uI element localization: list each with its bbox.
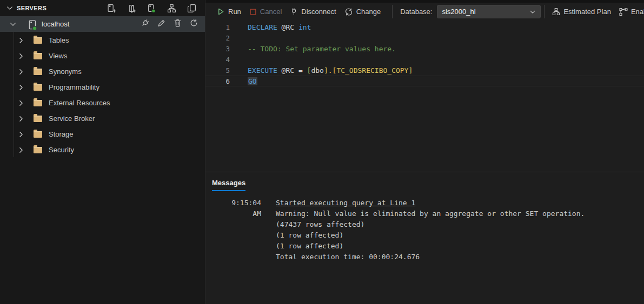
folder-icon [34, 53, 42, 59]
line-number: 2 [205, 34, 230, 42]
folder-icon [34, 69, 42, 75]
sidebar-title: SERVERS [17, 5, 47, 11]
toolbar-divider [392, 5, 393, 18]
folder-icon [34, 131, 42, 138]
chevron-right-icon [18, 116, 24, 122]
chevron-right-icon [18, 131, 24, 138]
disconnect-plug-icon [290, 8, 298, 16]
database-dropdown[interactable]: sis2000_hl [437, 5, 541, 18]
sidebar-item-synonyms[interactable]: Synonyms [0, 64, 205, 79]
code-line: 5 EXECUTE @RC = [dbo].[TC_ODSRECIBO_COPY… [205, 65, 644, 76]
message-line: (47437 rows affected) [276, 219, 585, 230]
chevron-right-icon [18, 147, 24, 153]
chevron-right-icon [18, 69, 24, 75]
connection-name: localhost [42, 20, 69, 28]
chevron-right-icon [18, 37, 24, 44]
estimated-plan-button[interactable]: Estimated Plan [552, 8, 610, 16]
folder-icon [34, 84, 42, 91]
sidebar-item-views[interactable]: Views [0, 48, 205, 64]
change-connection-button[interactable]: Change [344, 8, 381, 16]
code-line: 1 DECLARE @RC int [205, 22, 644, 32]
sidebar-item-security[interactable]: Security [0, 142, 205, 158]
folder-icon [34, 116, 42, 122]
edit-pencil-icon[interactable] [157, 18, 166, 30]
refresh-icon[interactable] [189, 18, 198, 30]
server-connected-icon [28, 20, 35, 29]
message-timestamp: 9:15:04 AM [219, 198, 261, 262]
new-connection-icon[interactable] [107, 4, 116, 13]
folder-icon [34, 37, 42, 44]
new-server-group-icon[interactable] [127, 4, 136, 13]
message-line: (1 row affected) [276, 230, 585, 241]
folder-icon [34, 100, 42, 106]
estimated-plan-icon [552, 8, 560, 16]
tree-indent-guide [14, 32, 14, 157]
sql-code-editor[interactable]: 1 DECLARE @RC int 2 3 -- TODO: Set param… [205, 21, 644, 172]
message-line-link[interactable]: Started executing query at Line 1 [276, 198, 585, 208]
run-play-icon [217, 8, 225, 16]
query-editor-panel: Run Cancel Disconnect Change Database: s… [205, 0, 644, 304]
tab-messages[interactable]: Messages [212, 179, 245, 191]
messages-panel: Messages 9:15:04 AM Started executing qu… [205, 172, 644, 304]
app-window: SERVERS [0, 0, 644, 304]
sidebar-item-programmability[interactable]: Programmability [0, 79, 205, 95]
toolbar-divider [544, 5, 545, 18]
disconnect-plug-icon[interactable] [141, 18, 150, 30]
run-button[interactable]: Run [217, 8, 241, 16]
database-dropdown-value: sis2000_hl [442, 8, 529, 16]
chevron-down-icon [529, 9, 536, 15]
line-number: 1 [205, 23, 230, 31]
change-connection-icon [344, 8, 353, 16]
message-line: Total execution time: 00:00:24.676 [276, 252, 585, 262]
sidebar-item-storage[interactable]: Storage [0, 126, 205, 142]
sidebar-item-external-resources[interactable]: External Resources [0, 95, 205, 111]
messages-content: 9:15:04 AM Started executing query at Li… [219, 198, 644, 262]
line-number: 3 [205, 45, 230, 53]
enable-plan-nodes-icon [619, 8, 628, 16]
cancel-stop-icon [249, 8, 257, 16]
code-line: 3 -- TODO: Set parameter values here. [205, 43, 644, 54]
code-line: 2 [205, 32, 644, 43]
sidebar-item-tables[interactable]: Tables [0, 32, 205, 48]
folder-icon [34, 147, 42, 153]
servers-header: SERVERS [0, 0, 205, 16]
object-explorer-tree: Tables Views Synonyms Programmability Ex [0, 32, 205, 158]
connection-actions [141, 18, 198, 30]
sidebar-actions [107, 4, 196, 13]
code-line-current: 6 GO [205, 76, 644, 86]
enable-sqlcmd-button[interactable]: Enabl [619, 8, 644, 16]
cancel-button[interactable]: Cancel [249, 8, 282, 16]
delete-trash-icon[interactable] [173, 18, 182, 30]
chevron-right-icon [18, 84, 24, 91]
servers-sidebar: SERVERS [0, 0, 205, 304]
sidebar-item-service-broker[interactable]: Service Broker [0, 111, 205, 126]
database-label: Database: [400, 8, 432, 16]
chevron-right-icon [18, 100, 24, 106]
line-number: 5 [205, 66, 230, 75]
line-number: 6 [205, 77, 230, 85]
chevron-right-icon [18, 53, 24, 59]
chevron-down-icon[interactable] [10, 21, 16, 28]
query-toolbar: Run Cancel Disconnect Change Database: s… [205, 3, 644, 21]
message-line: Warning: Null value is eliminated by an … [276, 208, 585, 219]
code-line: 4 [205, 54, 644, 65]
message-line: (1 row affected) [276, 241, 585, 252]
selected-word: GO [248, 77, 257, 85]
duplicate-icon[interactable] [187, 4, 196, 13]
chevron-down-icon[interactable] [6, 5, 13, 11]
active-connections-icon[interactable] [147, 4, 156, 13]
connections-tree-icon[interactable] [167, 4, 176, 13]
disconnect-button[interactable]: Disconnect [290, 8, 336, 16]
server-connection-row[interactable]: localhost [0, 16, 205, 32]
line-number: 4 [205, 56, 230, 64]
